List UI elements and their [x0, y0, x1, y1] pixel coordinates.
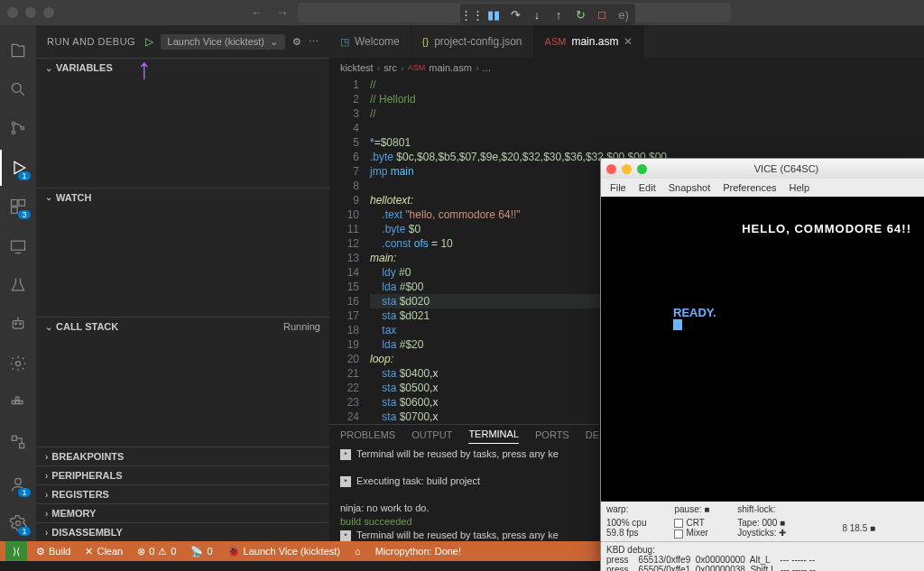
stop-button[interactable]: □: [592, 5, 612, 23]
search-icon[interactable]: [0, 71, 36, 106]
extensions-icon[interactable]: 3: [0, 189, 36, 225]
section-memory[interactable]: ›MEMORY: [36, 504, 329, 522]
svg-rect-8: [13, 321, 23, 328]
restart-button[interactable]: ↻: [570, 5, 590, 23]
vice-menu-snapshot[interactable]: Snapshot: [669, 182, 710, 193]
svg-rect-12: [12, 401, 14, 404]
section-disassembly[interactable]: ›DISASSEMBLY: [36, 523, 329, 541]
radio-button[interactable]: 📡 0: [185, 546, 217, 557]
svg-rect-14: [16, 397, 19, 400]
sidebar-title: RUN AND DEBUG: [47, 36, 138, 47]
robot-icon[interactable]: [0, 307, 36, 342]
gear-badge: 1: [18, 527, 31, 536]
vice-cursor: [673, 319, 682, 330]
build-button[interactable]: ⚙ Build: [31, 546, 76, 557]
scm-icon[interactable]: [0, 111, 36, 146]
nav-back-icon[interactable]: ←: [247, 5, 267, 20]
close-icon[interactable]: ✕: [624, 35, 633, 48]
account-icon[interactable]: 1: [0, 466, 36, 502]
mixer-checkbox[interactable]: [674, 530, 683, 539]
start-debug-button[interactable]: ▷: [145, 35, 153, 48]
vice-fps: 59.8 fps: [606, 528, 639, 538]
section-variables[interactable]: ⌄VARIABLES: [36, 59, 329, 77]
step-out-button[interactable]: ↑: [549, 5, 568, 23]
run-debug-icon[interactable]: 1: [0, 150, 36, 185]
vice-tape: Tape: 000: [737, 518, 777, 528]
launch-config-dropdown[interactable]: Launch Vice (kicktest) ⌄: [161, 34, 285, 50]
vice-menubar: FileEditSnapshotPreferencesHelp: [601, 179, 924, 197]
panel-tab-ports[interactable]: PORTS: [535, 426, 569, 444]
vice-menu-preferences[interactable]: Preferences: [723, 182, 776, 193]
tab-welcome[interactable]: ◳Welcome: [329, 25, 411, 58]
vice-statusbar: warp: pause: ■ shift-lock: 100% cpu59.8 …: [601, 502, 924, 541]
home-button[interactable]: ⌂: [349, 546, 366, 557]
annotation-arrow: ↑: [137, 52, 152, 86]
chevron-right-icon: ›: [45, 471, 48, 481]
vice-menu-file[interactable]: File: [610, 182, 626, 193]
svg-rect-6: [12, 207, 18, 214]
svg-rect-4: [12, 200, 18, 207]
explorer-icon[interactable]: [0, 32, 36, 68]
errors-button[interactable]: ⊗ 0 ⚠ 0: [132, 546, 181, 557]
clean-button[interactable]: ✕ Clean: [79, 546, 128, 557]
section-callstack[interactable]: ⌄CALL STACKRunning: [36, 318, 329, 336]
svg-rect-15: [20, 401, 23, 404]
vice-hello-text: HELLO, COMMODORE 64!!: [673, 222, 911, 235]
tab-project-config-json[interactable]: {}project-config.json: [411, 25, 534, 58]
callstack-status: Running: [283, 321, 320, 332]
micropython-status[interactable]: Micropython: Done!: [370, 546, 467, 557]
debug-handle-icon[interactable]: ⋮⋮: [462, 5, 482, 23]
close-window[interactable]: [7, 7, 18, 18]
settings-gear-icon[interactable]: 1: [0, 506, 36, 541]
chevron-right-icon: ›: [45, 490, 48, 500]
beaker-icon[interactable]: [0, 267, 36, 302]
hierachy-icon[interactable]: [0, 424, 36, 459]
svg-rect-5: [19, 200, 25, 207]
more-icon[interactable]: ⋯: [309, 36, 319, 48]
svg-rect-13: [16, 401, 19, 404]
vice-min[interactable]: [622, 164, 632, 174]
vice-max[interactable]: [637, 164, 647, 174]
pause-button[interactable]: ▮▮: [484, 5, 504, 23]
chevron-right-icon: ›: [45, 452, 48, 462]
remote-icon[interactable]: [0, 228, 36, 263]
vice-ready-text: READY.: [673, 306, 911, 319]
vice-menu-edit[interactable]: Edit: [639, 182, 656, 193]
maximize-window[interactable]: [43, 7, 54, 18]
vice-close[interactable]: [606, 164, 616, 174]
section-peripherals[interactable]: ›PERIPHERALS: [36, 466, 329, 484]
launch-config-label: Launch Vice (kicktest): [168, 36, 264, 47]
section-registers[interactable]: ›REGISTERS: [36, 485, 329, 503]
section-watch[interactable]: ⌄WATCH: [36, 189, 329, 207]
vice-warp-label: warp:: [606, 504, 663, 514]
panel-tab-output[interactable]: OUTPUT: [411, 426, 452, 444]
tab-main-asm[interactable]: ASMmain.asm✕: [534, 25, 645, 58]
sidebar: RUN AND DEBUG ▷ Launch Vice (kicktest) ⌄…: [36, 25, 329, 541]
svg-rect-17: [20, 443, 24, 447]
section-breakpoints[interactable]: ›BREAKPOINTS: [36, 447, 329, 465]
remote-button[interactable]: ⟩⟨: [5, 541, 27, 561]
nav-fwd-icon[interactable]: →: [273, 5, 292, 20]
chevron-down-icon: ⌄: [45, 192, 52, 202]
vice-title-label: VICE (C64SC): [652, 163, 920, 174]
step-into-button[interactable]: ↓: [527, 5, 547, 23]
breadcrumb[interactable]: kicktest › src › ASM main.asm › ...: [329, 58, 924, 78]
vice-shiftlock-label: shift-lock:: [737, 504, 803, 514]
kbd-debug-label: KBD debug:: [606, 545, 920, 555]
chevron-down-icon: ⌄: [270, 36, 278, 48]
step-over-button[interactable]: ↷: [505, 5, 525, 23]
vice-menu-help[interactable]: Help: [790, 182, 810, 193]
svg-rect-7: [12, 241, 25, 250]
docker-icon[interactable]: [0, 385, 36, 420]
vice-joy: Joysticks:: [737, 528, 776, 538]
panel-tab-terminal[interactable]: TERMINAL: [468, 425, 519, 444]
debug-settings-icon[interactable]: ⚙: [292, 36, 301, 48]
debug-badge: 1: [18, 171, 31, 180]
minimize-window[interactable]: [25, 7, 36, 18]
vice-titlebar[interactable]: VICE (C64SC): [601, 159, 924, 179]
panel-tab-problems[interactable]: PROBLEMS: [340, 426, 395, 444]
crt-checkbox[interactable]: [674, 519, 683, 528]
gear2-icon[interactable]: [0, 345, 36, 381]
launch-status-button[interactable]: 🐞 Launch Vice (kicktest): [222, 546, 346, 557]
file-icon: ◳: [340, 36, 349, 48]
